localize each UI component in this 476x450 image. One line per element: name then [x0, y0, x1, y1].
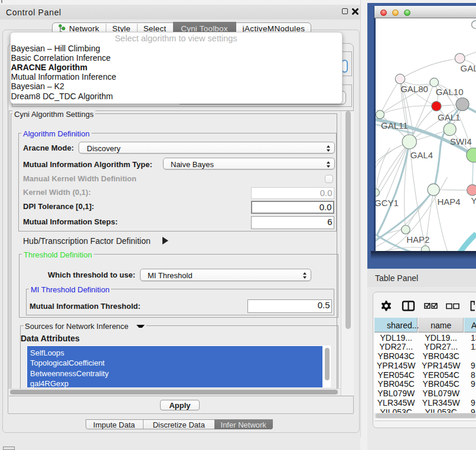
svg-text:YM: YM	[471, 195, 476, 206]
svg-text:GAL80: GAL80	[400, 84, 428, 94]
svg-text:GAL11: GAL11	[381, 120, 408, 131]
svg-text:GAL10: GAL10	[435, 87, 463, 97]
svg-text:SWI4: SWI4	[450, 136, 472, 146]
svg-text:GAL4: GAL4	[410, 150, 432, 160]
svg-text:GAL1: GAL1	[438, 112, 460, 122]
svg-text:GAL2: GAL2	[460, 63, 476, 73]
svg-text:HAP2: HAP2	[406, 234, 429, 244]
svg-text:GCY1: GCY1	[376, 198, 399, 208]
svg-text:HAP4: HAP4	[437, 197, 460, 207]
